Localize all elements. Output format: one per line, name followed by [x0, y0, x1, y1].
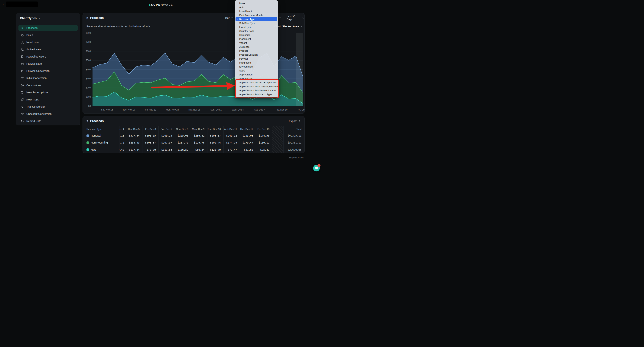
- dropdown-item-apple-search-ads-keyword-name[interactable]: Apple Search Ads Keyword Name: [235, 89, 278, 92]
- sidebar-item-new-subscriptions[interactable]: New Subscriptions: [18, 89, 78, 96]
- notification-badge: 3: [318, 164, 320, 167]
- hatch-divider: [272, 126, 284, 132]
- table-cell: $117.44: [126, 146, 142, 153]
- column-header: Wed, Dec 11: [224, 126, 240, 132]
- column-header-total: Total: [284, 126, 304, 132]
- dropdown-item-none[interactable]: None: [235, 1, 278, 5]
- dropdown-item-variant[interactable]: Variant: [235, 41, 278, 45]
- table-cell: $174.79: [224, 139, 240, 146]
- funnel-icon: [21, 105, 24, 108]
- svg-text:$200: $200: [86, 86, 91, 89]
- chat-launcher-button[interactable]: 3: [313, 165, 320, 171]
- table-cell: $377.54: [126, 132, 142, 139]
- dropdown-item-sdk-version[interactable]: SDK Version: [235, 77, 278, 81]
- series-label: Non Recurring: [91, 141, 108, 144]
- svg-text:Mon, Nov 25: Mon, Nov 25: [166, 108, 179, 111]
- dropdown-item-integration[interactable]: Integration: [235, 61, 278, 65]
- dropdown-item-revenue-type[interactable]: ✓Revenue Type: [236, 17, 277, 21]
- sidebar-item-new-users[interactable]: New Users: [18, 39, 78, 46]
- sidebar-item-paywall-conversion[interactable]: Paywall Conversion: [18, 68, 78, 74]
- filter-button[interactable]: Filter: [224, 13, 233, 23]
- table-cell-total: $2,620.65: [284, 146, 304, 153]
- dropdown-item-audience[interactable]: Audience: [235, 45, 278, 49]
- dropdown-item-apple-search-ads-campaign-name[interactable]: Apple Search Ads Campaign Name: [235, 85, 278, 89]
- dropdown-item-placement[interactable]: Placement: [235, 37, 278, 41]
- dropdown-item-store[interactable]: Store: [235, 69, 278, 73]
- sidebar-item-label: Paywalled Users: [26, 55, 46, 58]
- dropdown-item-install-month[interactable]: Install Month: [235, 9, 278, 13]
- svg-text:$100: $100: [86, 96, 91, 98]
- chart-type-dropdown[interactable]: Chart Stacked Area: [274, 23, 302, 30]
- export-button[interactable]: Export: [289, 116, 301, 126]
- chevron-down-icon: [231, 17, 233, 19]
- dropdown-item-country-code[interactable]: Country Code: [235, 29, 278, 33]
- column-header: Thu, Dec 12: [240, 126, 256, 132]
- sidebar-item-label: Initial Conversion: [26, 77, 46, 80]
- svg-text:$0: $0: [88, 105, 91, 107]
- dropdown-item-event-type[interactable]: Event Type: [235, 25, 278, 29]
- dollar-icon: $: [86, 120, 88, 123]
- dropdown-item-campaign[interactable]: Campaign: [235, 33, 278, 37]
- svg-text:Fri, Dec 13: Fri, Dec 13: [298, 108, 305, 111]
- chevron-down-icon: [38, 17, 40, 19]
- table-cell: $123.79: [207, 146, 224, 153]
- table-cell: $111.66: [158, 146, 175, 153]
- table-cell: $225.00: [175, 132, 191, 139]
- sidebar-item-sales[interactable]: Sales: [18, 32, 78, 38]
- proceeds-table-panel: $ Proceeds Export Revenue TypeDec 4Thu, …: [82, 116, 305, 153]
- date-range-dropdown[interactable]: Last 30 Days: [286, 13, 304, 23]
- sidebar-item-label: Paywall Conversion: [26, 69, 50, 72]
- table-cell: $190.55: [142, 132, 158, 139]
- dropdown-item-apple-search-ads-match-type[interactable]: Apple Search Ads Match Type: [235, 92, 278, 96]
- series-row-label: Renewal: [83, 132, 119, 139]
- dollar-icon: $: [21, 27, 24, 30]
- svg-text:Sun, Dec 1: Sun, Dec 1: [210, 108, 222, 111]
- dropdown-item-paywall[interactable]: Paywall: [235, 57, 278, 61]
- table-cell-clipped: 0.40: [119, 146, 126, 153]
- sidebar-item-trial-conversion[interactable]: Trial Conversion: [18, 104, 78, 110]
- chart-type-value: Stacked Area: [282, 25, 299, 28]
- table-cell: $66.34: [191, 146, 207, 153]
- sidebar-item-paywall-rate[interactable]: Paywall Rate: [18, 61, 78, 67]
- dropdown-item-product[interactable]: Product: [235, 49, 278, 53]
- dropdown-item-apple-search-ads-ad-group-name[interactable]: Apple Search Ads Ad Group Name: [235, 81, 278, 85]
- dropdown-item-environment[interactable]: Environment: [235, 65, 278, 69]
- dropdown-item-app-version[interactable]: App Version: [235, 73, 278, 77]
- tag-icon: [21, 34, 24, 37]
- superwall-logo: $SUPERWALL: [149, 0, 173, 9]
- table-cell-total: $5,301.12: [284, 139, 304, 146]
- series-row-label: Non Recurring: [83, 139, 119, 146]
- sidebar-item-conversions[interactable]: Conversions: [18, 82, 78, 89]
- sidebar-item-new-trials[interactable]: New Trials: [18, 96, 78, 103]
- refresh-icon: [21, 91, 24, 94]
- dropdown-item-sub-start-type[interactable]: Sub Start Type: [235, 21, 278, 25]
- sidebar-item-paywalled-users[interactable]: Paywalled Users: [18, 53, 78, 60]
- table-cell: $236.42: [191, 132, 207, 139]
- table-cell: $77.47: [224, 146, 240, 153]
- svg-text:$400: $400: [86, 68, 91, 71]
- svg-text:$800: $800: [86, 32, 91, 34]
- chevron-down-icon: [302, 17, 304, 19]
- series-label: Renewal: [91, 134, 101, 137]
- sidebar-item-active-users[interactable]: Active Users: [18, 46, 78, 53]
- sidebar-item-checkout-conversion[interactable]: Checkout Conversion: [18, 111, 78, 117]
- back-button[interactable]: ←: [2, 3, 6, 6]
- table-cell-total: $6,325.11: [284, 132, 304, 139]
- table-cell: $208.07: [207, 132, 224, 139]
- chart-subtitle: Revenue after store fees and taxes, but …: [86, 25, 151, 28]
- users-icon: [21, 48, 24, 51]
- chart-types-header[interactable]: Chart Types: [16, 13, 80, 23]
- device-icon: [21, 55, 24, 58]
- sidebar-item-refund-rate[interactable]: Refund Rate: [18, 118, 78, 124]
- app: ← $SUPERWALL Chart Types $ProceedsSalesN…: [0, 0, 322, 174]
- sidebar-item-proceeds[interactable]: $Proceeds: [18, 25, 78, 31]
- dropdown-item-product-duration[interactable]: Product Duration: [235, 53, 278, 57]
- sidebar-item-initial-conversion[interactable]: Initial Conversion: [18, 75, 78, 81]
- table-cell: $25.47: [256, 146, 272, 153]
- column-header: Fri, Dec 6: [142, 126, 158, 132]
- group-by-dropdown[interactable]: [279, 13, 281, 23]
- check-icon: ✓: [237, 17, 238, 21]
- svg-text:Sat, Nov 16: Sat, Nov 16: [101, 108, 113, 111]
- dropdown-item-auto[interactable]: Auto: [235, 5, 278, 9]
- dropdown-item-first-purchase-month[interactable]: First Purchase Month: [235, 13, 278, 17]
